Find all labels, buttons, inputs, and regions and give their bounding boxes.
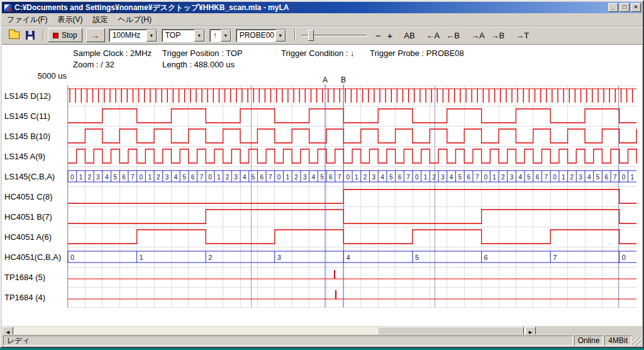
zoom-out-button[interactable]: − xyxy=(372,29,384,42)
resize-grip[interactable] xyxy=(633,337,641,346)
menu-item[interactable]: ヘルプ(H) xyxy=(113,13,157,26)
trigger-probe-select[interactable]: PROBE00 ▼ xyxy=(236,29,286,42)
menu-item[interactable]: 表示(V) xyxy=(52,13,87,26)
save-icon xyxy=(26,31,35,40)
ab-button[interactable]: AB xyxy=(401,30,418,42)
zoom-in-button[interactable]: + xyxy=(384,29,396,42)
run-arrow-icon: → xyxy=(91,30,100,40)
zoom-slider[interactable] xyxy=(302,28,367,42)
app-icon xyxy=(4,4,12,12)
toolbar-separator xyxy=(43,29,44,42)
goto-trigger-button[interactable]: →T xyxy=(513,30,532,42)
trigger-position-value: TOP xyxy=(162,30,194,42)
goto-b-left-button[interactable]: ←B xyxy=(443,30,463,42)
sample-clock-select[interactable]: 100MHz ▼ xyxy=(109,29,157,42)
window-title: C:¥Documents and Settings¥noname¥デスクトップ¥… xyxy=(14,3,607,13)
chevron-down-icon[interactable]: ▼ xyxy=(147,30,157,42)
zoom-slider-thumb[interactable] xyxy=(308,30,314,41)
trigger-edge-value: ↑ xyxy=(210,30,221,42)
chevron-down-icon[interactable]: ▼ xyxy=(221,30,231,42)
goto-a-right-button[interactable]: →A xyxy=(468,30,488,42)
stop-button[interactable]: Stop xyxy=(48,28,82,42)
titlebar: C:¥Documents and Settings¥noname¥デスクトップ¥… xyxy=(2,2,642,13)
goto-a-left-button[interactable]: ←A xyxy=(423,30,443,42)
save-button[interactable] xyxy=(23,28,38,42)
run-button[interactable]: → xyxy=(86,28,105,42)
close-button[interactable]: × xyxy=(631,3,641,12)
sample-clock-value: 100MHz xyxy=(109,30,147,42)
chevron-down-icon[interactable]: ▼ xyxy=(194,30,204,42)
minimize-button[interactable]: _ xyxy=(608,3,618,12)
goto-b-right-button[interactable]: →B xyxy=(488,30,508,42)
waveform-area xyxy=(2,44,642,326)
app-window: C:¥Documents and Settings¥noname¥デスクトップ¥… xyxy=(0,0,644,348)
chevron-down-icon[interactable]: ▼ xyxy=(275,30,286,42)
toolbar: Stop → 100MHz ▼ TOP ▼ ↑ ▼ PROBE00 ▼ − + … xyxy=(2,26,642,44)
status-online: Online xyxy=(574,336,604,346)
menu-item[interactable]: 設定 xyxy=(87,13,113,26)
toolbar-separator xyxy=(294,29,296,42)
trigger-edge-select[interactable]: ↑ ▼ xyxy=(209,29,231,42)
menu-item[interactable]: ファイル(F) xyxy=(2,13,52,26)
status-memory: 4MBit xyxy=(604,336,631,346)
stop-icon xyxy=(53,33,58,38)
maximize-button[interactable]: □ xyxy=(619,3,630,12)
stop-label: Stop xyxy=(62,31,77,40)
statusbar: レディ Online 4MBit xyxy=(2,334,642,346)
status-ready: レディ xyxy=(3,336,573,346)
trigger-probe-value: PROBE00 xyxy=(236,30,275,42)
trigger-position-select[interactable]: TOP ▼ xyxy=(162,29,205,42)
menubar: ファイル(F)表示(V)設定ヘルプ(H) xyxy=(2,14,642,26)
open-folder-icon xyxy=(9,31,19,39)
open-button[interactable] xyxy=(6,28,21,42)
